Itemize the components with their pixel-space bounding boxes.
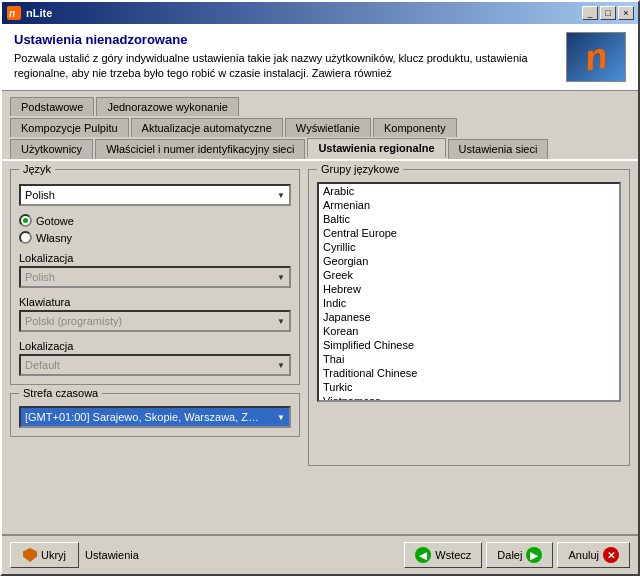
close-button[interactable]: × [618, 6, 634, 20]
tab-ustawienia-regionalne[interactable]: Ustawienia regionalne [307, 138, 445, 158]
list-item[interactable]: Hebrew [319, 282, 619, 296]
list-item[interactable]: Turkic [319, 380, 619, 394]
lokalizacja1-dropdown[interactable]: Polish ▼ [19, 266, 291, 288]
titlebar: n nLite _ □ × [2, 2, 638, 24]
left-panel: Język Polish ▼ Gotowe [10, 169, 300, 466]
radio-gotowe-label: Gotowe [36, 215, 74, 227]
tab-kompozycje[interactable]: Kompozycje Pulpitu [10, 118, 129, 137]
radio-group: Gotowe Własny [19, 214, 291, 244]
content-row: Język Polish ▼ Gotowe [10, 169, 630, 466]
tab-uzytkownicy[interactable]: Użytkownicy [10, 139, 93, 159]
radio-wlasny[interactable]: Własny [19, 231, 291, 244]
minimize-button[interactable]: _ [582, 6, 598, 20]
window-title: nLite [26, 7, 582, 19]
header-description: Pozwala ustalić z góry indywidualne usta… [14, 51, 558, 82]
bottom-left-buttons: Ukryj Ustawienia [10, 542, 404, 568]
language-groups-box: Grupy językowe ArabicArmenianBalticCentr… [308, 169, 630, 466]
list-item[interactable]: Indic [319, 296, 619, 310]
list-item[interactable]: Vietnamese [319, 394, 619, 402]
app-logo: n [566, 32, 626, 82]
lokalizacja2-value: Default [25, 359, 60, 371]
tab-komponenty[interactable]: Komponenty [373, 118, 457, 137]
hide-button[interactable]: Ukryj [10, 542, 79, 568]
klawiatura-dropdown[interactable]: Polski (programisty) ▼ [19, 310, 291, 332]
next-icon: ▶ [526, 547, 542, 563]
back-button[interactable]: ◀ Wstecz [404, 542, 482, 568]
timezone-value: [GMT+01:00] Sarajewo, Skopie, Warszawa, … [25, 411, 265, 423]
cancel-button[interactable]: Anuluj ✕ [557, 542, 630, 568]
radio-gotowe-circle [19, 214, 32, 227]
hide-icon [23, 548, 37, 562]
timezone-label: Strefa czasowa [19, 387, 102, 399]
language-group-label: Język [19, 163, 55, 175]
language-selected-value: Polish [25, 189, 55, 201]
next-button[interactable]: Dalej ▶ [486, 542, 553, 568]
list-item[interactable]: Korean [319, 324, 619, 338]
list-item[interactable]: Central Europe [319, 226, 619, 240]
language-dropdown-arrow: ▼ [277, 191, 285, 200]
list-item[interactable]: Georgian [319, 254, 619, 268]
radio-gotowe[interactable]: Gotowe [19, 214, 291, 227]
logo-letter: n [582, 34, 611, 79]
header-title: Ustawienia nienadzorowane [14, 32, 558, 47]
list-item[interactable]: Armenian [319, 198, 619, 212]
klawiatura-label: Klawiatura [19, 296, 291, 308]
main-window: n nLite _ □ × Ustawienia nienadzorowane … [0, 0, 640, 576]
app-icon: n [6, 5, 22, 21]
radio-wlasny-label: Własny [36, 232, 72, 244]
list-item[interactable]: Simplified Chinese [319, 338, 619, 352]
language-groups-label: Grupy językowe [317, 163, 403, 175]
main-content: Język Polish ▼ Gotowe [2, 159, 638, 534]
klawiatura-arrow: ▼ [277, 317, 285, 326]
next-label: Dalej [497, 549, 522, 561]
tab-row-2: Kompozycje Pulpitu Aktualizacje automaty… [10, 116, 630, 135]
lokalizacja1-label: Lokalizacja [19, 252, 291, 264]
language-dropdown[interactable]: Polish ▼ [19, 184, 291, 206]
lokalizacja2-dropdown[interactable]: Default ▼ [19, 354, 291, 376]
svg-text:n: n [9, 8, 15, 19]
list-item[interactable]: Japanese [319, 310, 619, 324]
lokalizacja1-value: Polish [25, 271, 55, 283]
nav-buttons: ◀ Wstecz Dalej ▶ Anuluj ✕ [404, 542, 630, 568]
back-icon: ◀ [415, 547, 431, 563]
header-text: Ustawienia nienadzorowane Pozwala ustali… [14, 32, 558, 82]
radio-wlasny-circle [19, 231, 32, 244]
list-item[interactable]: Thai [319, 352, 619, 366]
settings-label: Ustawienia [85, 549, 139, 561]
cancel-icon: ✕ [603, 547, 619, 563]
list-item[interactable]: Baltic [319, 212, 619, 226]
tab-wyswietlanie[interactable]: Wyświetlanie [285, 118, 371, 137]
lokalizacja1-arrow: ▼ [277, 273, 285, 282]
language-group: Język Polish ▼ Gotowe [10, 169, 300, 385]
timezone-dropdown[interactable]: [GMT+01:00] Sarajewo, Skopie, Warszawa, … [19, 406, 291, 428]
right-panel: Grupy językowe ArabicArmenianBalticCentr… [308, 169, 630, 466]
tab-ustawienia-sieci[interactable]: Ustawienia sieci [448, 139, 549, 159]
tab-row-3: Użytkownicy Właściciel i numer identyfik… [10, 137, 630, 157]
tab-row-1: Podstawowe Jednorazowe wykonanie [10, 95, 630, 114]
language-groups-listbox[interactable]: ArabicArmenianBalticCentral EuropeCyrill… [317, 182, 621, 402]
tab-aktualizacje[interactable]: Aktualizacje automatyczne [131, 118, 283, 137]
klawiatura-value: Polski (programisty) [25, 315, 122, 327]
timezone-group: Strefa czasowa [GMT+01:00] Sarajewo, Sko… [10, 393, 300, 437]
list-item[interactable]: Greek [319, 268, 619, 282]
bottom-bar: Ukryj Ustawienia ◀ Wstecz Dalej ▶ Anuluj… [2, 534, 638, 574]
tab-jednorazowe[interactable]: Jednorazowe wykonanie [96, 97, 238, 116]
back-label: Wstecz [435, 549, 471, 561]
lokalizacja2-label: Lokalizacja [19, 340, 291, 352]
list-item[interactable]: Traditional Chinese [319, 366, 619, 380]
window-controls: _ □ × [582, 6, 634, 20]
cancel-label: Anuluj [568, 549, 599, 561]
list-item[interactable]: Arabic [319, 184, 619, 198]
timezone-arrow: ▼ [277, 413, 285, 422]
header-area: Ustawienia nienadzorowane Pozwala ustali… [2, 24, 638, 91]
maximize-button[interactable]: □ [600, 6, 616, 20]
tab-wlasciciel[interactable]: Właściciel i numer identyfikacyjny sieci [95, 139, 305, 159]
tabs-row1: Podstawowe Jednorazowe wykonanie Kompozy… [2, 91, 638, 159]
lokalizacja2-arrow: ▼ [277, 361, 285, 370]
list-item[interactable]: Cyrillic [319, 240, 619, 254]
tab-podstawowe[interactable]: Podstawowe [10, 97, 94, 116]
hide-label: Ukryj [41, 549, 66, 561]
